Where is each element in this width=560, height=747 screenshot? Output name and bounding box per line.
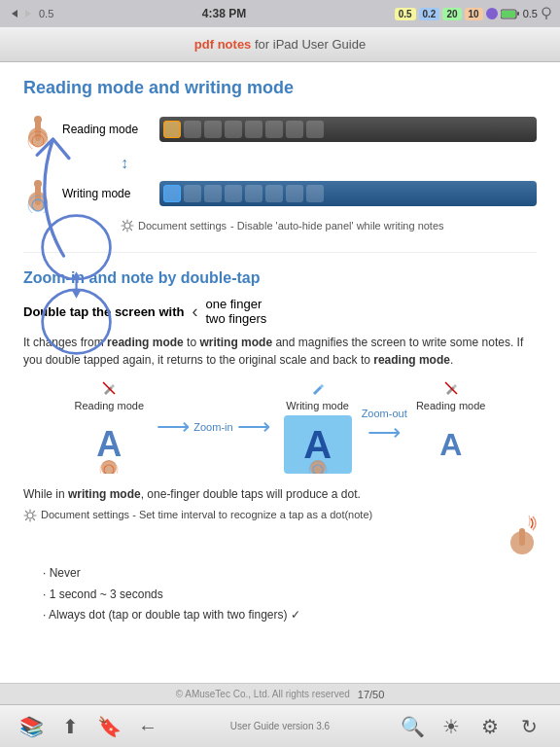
status-left-num: 0.5 — [39, 8, 53, 19]
toolbar-title-rest: for iPad User Guide — [255, 37, 366, 52]
refresh-button[interactable]: ↻ — [509, 717, 548, 736]
doc-settings-text: Document settings — [138, 220, 227, 231]
tp-write-btn — [163, 185, 181, 202]
tp-w-btn-6 — [265, 185, 283, 202]
mode-arrow: ↕ — [121, 155, 537, 172]
search-button[interactable]: 🔍 — [393, 717, 432, 736]
status-num-5: 0.5 — [523, 8, 538, 19]
tp-btn-7 — [286, 121, 303, 138]
section-title-reading: Reading mode and writing mode — [23, 78, 537, 98]
main-content[interactable]: Reading mode and writing mode Reading mo… — [0, 62, 560, 683]
status-num-4: 10 — [465, 8, 483, 20]
svg-marker-1 — [25, 10, 31, 18]
status-num-3: 20 — [442, 8, 461, 20]
svg-point-22 — [124, 223, 130, 229]
status-right: 0.5 0.2 20 10 0.5 — [395, 7, 552, 20]
letter-a-3: A — [439, 427, 462, 463]
status-center: 4:38 PM — [202, 7, 246, 20]
refresh-icon: ↻ — [521, 717, 538, 736]
back-button[interactable]: ← — [128, 717, 167, 736]
tp-btn-5 — [245, 121, 262, 138]
double-tap-text: Double tap the screen with — [23, 304, 184, 319]
tp-w-btn-3 — [204, 185, 222, 202]
page-indicator: © AMuseTec Co., Ltd. All rights reserved… — [0, 683, 560, 704]
one-finger-label: one finger — [205, 297, 266, 311]
status-bar: 0.5 4:38 PM 0.5 0.2 20 10 0.5 — [0, 0, 560, 27]
purple-dot — [486, 8, 498, 19]
writing-mode-row: Writing mode — [23, 174, 537, 213]
writing-mode-label: Writing mode — [62, 187, 150, 200]
bullet-item-2: Always dot (tap or double tap with two f… — [43, 605, 537, 626]
tp-w-btn-4 — [225, 185, 242, 202]
tap-hand-icon — [488, 509, 537, 557]
gear-icon-2 — [23, 509, 37, 522]
tp-home-btn — [163, 121, 181, 138]
double-tap-row: Double tap the screen with ‹ one finger … — [23, 297, 537, 326]
gear-icon — [121, 219, 134, 232]
brightness-button[interactable]: ☀ — [432, 717, 471, 736]
brightness-icon: ☀ — [442, 717, 460, 736]
arrow-right-3: ⟶ — [368, 419, 401, 446]
share-button[interactable]: ⬆ — [51, 717, 89, 736]
mode-section: Reading mode ↕ W — [23, 110, 537, 232]
diagram-reading-1-label: Reading mode — [75, 400, 145, 411]
zoom-in-label: Zoom-in — [193, 421, 232, 433]
svg-rect-4 — [502, 11, 515, 18]
status-num-2: 0.2 — [419, 8, 440, 20]
bookmark-button[interactable]: 🔖 — [89, 717, 128, 736]
writing-toolbar-preview — [159, 181, 537, 206]
svg-point-14 — [34, 116, 42, 124]
tp-btn-8 — [306, 121, 324, 138]
back-arrow-icon — [8, 8, 19, 19]
reading-finger-icon — [23, 110, 52, 149]
pin-icon — [541, 7, 552, 20]
two-fingers-label: two fingers — [205, 311, 266, 326]
chevron-icon: ‹ — [192, 302, 197, 322]
tp-w-btn-5 — [245, 185, 262, 202]
settings-button[interactable]: ⚙ — [471, 717, 509, 736]
version-label: User Guide version 3.6 — [230, 721, 330, 731]
doc-settings-note: Document settings - Disable 'auto-hide p… — [121, 219, 537, 232]
no-pencil-icon — [101, 380, 117, 396]
tp-btn-6 — [265, 121, 283, 138]
letter-a-1: A — [96, 424, 122, 465]
svg-marker-0 — [12, 10, 18, 18]
bullet-item-1: 1 second ~ 3 seconds — [43, 585, 537, 606]
tp-w-btn-8 — [306, 185, 324, 202]
doc-settings-block-2: Document settings - Set time interval to… — [23, 509, 537, 559]
pencil-icon — [310, 380, 326, 396]
section-title-zoom: Zoom-in and note by double-tap — [23, 269, 537, 287]
bookmark-icon: 🔖 — [97, 717, 122, 736]
page-total: 50 — [372, 689, 384, 700]
tp-btn-3 — [204, 121, 222, 138]
tp-w-btn-7 — [286, 185, 303, 202]
bottom-toolbar: 📚 ⬆ 🔖 ← User Guide version 3.6 🔍 ☀ ⚙ ↻ — [0, 704, 560, 747]
back-nav-icon: ← — [138, 717, 158, 736]
app-toolbar: pdf notes for iPad User Guide — [0, 27, 560, 62]
status-num-1: 0.5 — [395, 8, 416, 20]
diagram-reading-2-label: Reading mode — [416, 400, 486, 411]
no-pencil-icon-2 — [443, 380, 459, 396]
status-time: 4:38 PM — [202, 7, 246, 20]
writing-finger-icon — [23, 174, 52, 213]
tp-btn-2 — [184, 121, 201, 138]
svg-point-31 — [27, 513, 33, 518]
tp-w-btn-2 — [184, 185, 201, 202]
zoom-in-container: Zoom-in — [193, 421, 232, 433]
doc-settings-detail: - Disable 'auto-hide panel' while writin… — [230, 220, 443, 231]
library-button[interactable]: 📚 — [12, 717, 51, 736]
svg-point-5 — [542, 8, 550, 16]
diagram-writing: Writing mode A — [274, 380, 362, 474]
arrow-right-2: ⟶ — [237, 413, 270, 441]
dot-note-text: While in writing mode, one-finger double… — [23, 485, 537, 503]
svg-rect-33 — [519, 528, 525, 546]
settings-icon: ⚙ — [481, 717, 499, 736]
arrow-right-1: ⟶ — [157, 413, 190, 441]
svg-rect-3 — [517, 12, 519, 16]
mode-diagram: Reading mode A ⟶ Zoom-in ⟶ — [23, 380, 537, 474]
bullet-item-0: Never — [43, 563, 537, 585]
reading-mode-label: Reading mode — [62, 123, 150, 136]
page-current: 17 — [358, 689, 369, 700]
description-text: It changes from reading mode to writing … — [23, 334, 537, 369]
bullet-list: Never 1 second ~ 3 seconds Always dot (t… — [43, 563, 537, 626]
